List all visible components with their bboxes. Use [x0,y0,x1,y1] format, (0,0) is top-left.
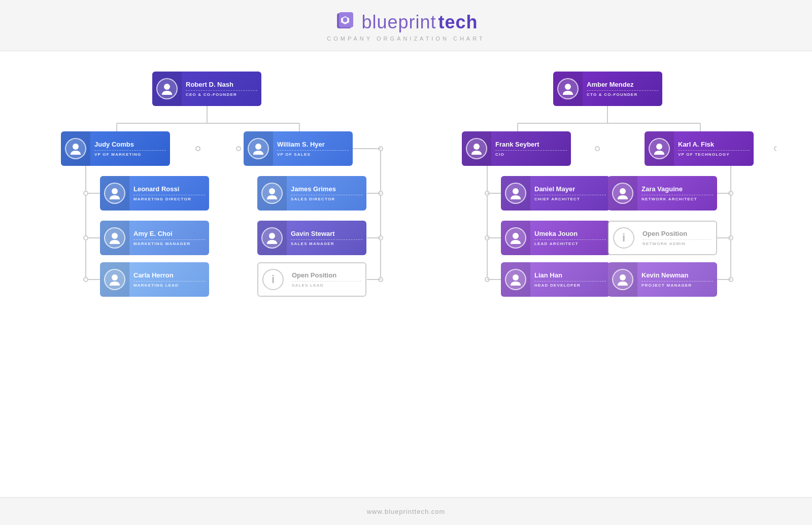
ceo-role: CEO & CO-FOUNDER [186,90,257,97]
chief-arch-text: Daniel Mayer CHIEF ARCHITECT [530,182,610,205]
sales-mgr-avatar [261,227,283,249]
net-admin-icon-area: i [609,221,638,255]
sales-mgr-name: Gavin Stewart [291,230,362,238]
org-chart: Robert D. Nash CEO & CO-FOUNDER Judy Com… [36,72,776,366]
blueprint-icon [334,11,356,33]
svg-point-42 [485,277,489,282]
sales-lead-role: SALES LEAD [292,281,361,288]
head-dev-avatar [505,269,526,290]
svg-point-57 [73,144,79,150]
head-dev-role: HEAD DEVELOPER [534,281,606,288]
svg-point-71 [620,274,626,281]
svg-point-59 [112,233,118,239]
svg-point-40 [485,236,489,240]
svg-point-17 [196,147,200,151]
svg-point-69 [656,144,662,150]
head-dev-text: Lian Han HEAD DEVELOPER [530,268,610,291]
vp-mkt-svg [69,142,83,156]
svg-point-70 [620,188,626,194]
proj-mgr-text: Kevin Newman PROJECT MANAGER [637,268,717,291]
sales-mgr-icon [257,221,287,255]
net-admin-text: Open Position NETWORK ADMIN [638,227,716,250]
svg-point-38 [485,191,489,195]
svg-point-64 [565,84,571,90]
net-arch-role: NETWORK ARCHITECT [641,195,713,201]
mkt-lead-text: Carla Herron MARKETING LEAD [129,268,209,291]
net-admin-card: i Open Position NETWORK ADMIN [608,221,717,255]
svg-point-66 [513,188,519,194]
svg-point-54 [729,277,733,282]
vp-tech-svg [652,142,666,156]
cio-svg [469,142,484,156]
vp-sales-icon [244,131,273,166]
lead-arch-name: Umeka Jouon [534,230,606,238]
svg-point-21 [379,147,383,151]
mkt-lead-icon [100,262,129,297]
proj-mgr-role: PROJECT MANAGER [641,281,713,288]
vp-sales-role: VP OF SALES [277,150,349,157]
cio-name: Frank Seybert [495,141,567,149]
svg-point-8 [196,147,200,151]
mkt-mgr-text: Amy E. Choi MARKETING MANAGER [129,227,209,250]
mkt-manager-card: Amy E. Choi MARKETING MANAGER [100,221,209,255]
lead-arch-icon [501,221,530,255]
lead-arch-role: LEAD ARCHITECT [534,239,606,246]
svg-point-67 [513,233,519,239]
svg-point-56 [164,84,170,90]
svg-point-37 [595,147,599,151]
sales-dir-icon [257,176,287,211]
sales-dir-avatar [261,183,283,204]
chief-arch-card: Daniel Mayer CHIEF ARCHITECT [501,176,610,211]
ceo-card: Robert D. Nash CEO & CO-FOUNDER [152,72,261,106]
logo-text-tech: tech [438,12,478,33]
sales-mgr-text: Gavin Stewart SALES MANAGER [287,227,366,250]
logo: blueprint tech [0,11,812,33]
svg-point-61 [255,144,261,150]
chief-arch-avatar [505,183,526,204]
sales-dir-svg [265,186,279,200]
proj-mgr-svg [616,272,630,287]
net-admin-name: Open Position [642,230,712,238]
mkt-mgr-name: Amy E. Choi [133,230,205,238]
connector-lines [36,72,776,366]
lead-arch-text: Umeka Jouon LEAD ARCHITECT [530,227,610,250]
vp-mkt-name: Judy Combs [94,141,166,149]
lead-arch-svg [509,231,523,245]
mkt-dir-svg [108,186,122,200]
mkt-lead-avatar [104,269,125,290]
svg-point-58 [112,188,118,194]
ceo-person-svg [160,82,174,96]
head-dev-card: Lian Han HEAD DEVELOPER [501,262,610,297]
cto-person-svg [561,82,575,96]
vp-tech-avatar [649,138,670,159]
svg-point-26 [379,236,383,240]
mkt-lead-svg [108,272,122,287]
vp-tech-icon [645,131,674,166]
proj-mgr-avatar [612,269,633,290]
sales-lead-name: Open Position [292,271,361,280]
chief-arch-svg [509,186,523,200]
mkt-mgr-icon [100,221,129,255]
vp-tech-text: Karl A. Fisk VP OF TECHNOLOGY [674,137,754,160]
svg-point-63 [269,233,275,239]
net-arch-card: Zara Vaguine NETWORK ARCHITECT [608,176,717,211]
sales-lead-text: Open Position SALES LEAD [288,268,365,291]
cto-text: Amber Mendez CTO & CO-FOUNDER [583,78,662,100]
head-dev-icon [501,262,530,297]
svg-point-65 [473,144,480,150]
vp-tech-role: VP OF TECHNOLOGY [678,150,750,157]
chief-arch-name: Daniel Mayer [534,185,606,194]
mkt-director-card: Leonard Rossi MARKETING DIRECTOR [100,176,209,211]
main-content: Robert D. Nash CEO & CO-FOUNDER Judy Com… [0,51,812,497]
chief-arch-role: CHIEF ARCHITECT [534,195,606,201]
ceo-text: Robert D. Nash CEO & CO-FOUNDER [182,78,261,100]
vp-tech-card: Karl A. Fisk VP OF TECHNOLOGY [645,131,754,166]
chief-arch-icon [501,176,530,211]
vp-mkt-icon-area [61,131,90,166]
ceo-avatar [156,78,178,99]
vp-sales-text: William S. Hyer VP OF SALES [273,137,353,160]
cto-avatar [557,78,579,99]
mkt-dir-avatar [104,183,125,204]
sales-dir-text: James Grimes SALES DIRECTOR [287,182,366,205]
cto-icon-area [553,72,583,106]
